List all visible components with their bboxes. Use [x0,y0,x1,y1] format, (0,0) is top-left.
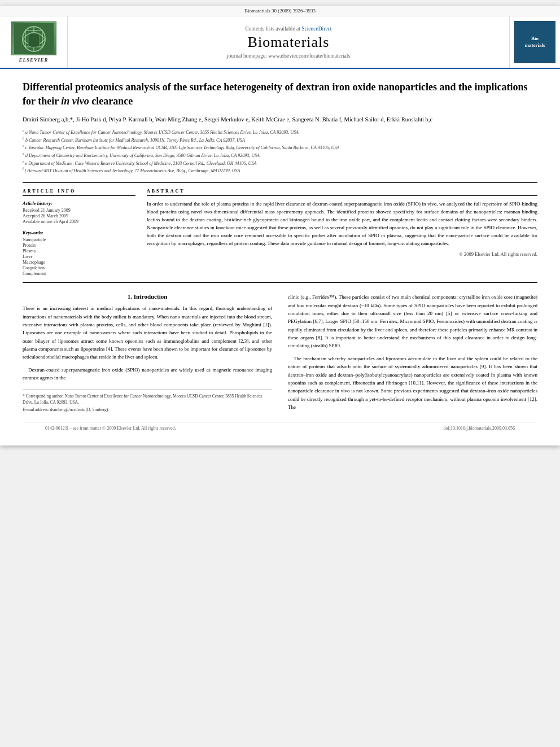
keywords-label: Keywords: [23,230,135,235]
article-content: Differential proteomics analysis of the … [0,69,560,445]
body-para-3: clinic (e.g., Ferridex™). These particle… [288,293,537,350]
journal-info: Contents lists available at ScienceDirec… [68,16,509,68]
article-info-col: ARTICLE INFO Article history: Received 2… [23,189,135,277]
journal-header: ELSEVIER Contents lists available at Sci… [0,16,560,69]
body-col-right: clinic (e.g., Ferridex™). These particle… [288,293,537,416]
volume-info: Biomaterials 30 (2009) 3926–3933 [244,8,316,14]
affiliation-d: d d Department of Chemistry and Biochemi… [23,151,537,159]
abstract-text: In order to understand the role of plasm… [147,200,537,248]
authors: Dmitri Simberg a,b,*, Ji-Ho Park d, Priy… [23,115,537,125]
info-abstract-section: ARTICLE INFO Article history: Received 2… [23,189,537,277]
divider-1 [23,182,537,183]
available-date: Available online 26 April 2009 [23,219,135,224]
body-text-right: clinic (e.g., Ferridex™). These particle… [288,293,537,411]
top-bar: Biomaterials 30 (2009) 3926–3933 [0,6,560,16]
journal-homepage: journal homepage: www.elsevier.com/locat… [227,53,350,59]
divider-2 [23,282,537,283]
doi-text: doi:10.1016/j.biomaterials.2009.03.056 [444,426,515,431]
elsevier-logo: ELSEVIER [0,16,68,68]
article-info-label: ARTICLE INFO [23,189,135,196]
badge-text: Biomaterials [525,36,545,49]
affiliation-e: e e Department of Medicine, Case Western… [23,159,537,167]
copyright: © 2009 Elsevier Ltd. All rights reserved… [147,251,537,257]
body-para-4: The mechanism whereby nanoparticles and … [288,355,537,412]
affiliation-b: b b Cancer Research Center, Burnham Inst… [23,136,537,144]
footnote-section: * Corresponding author. Nano Tumor Cente… [23,389,272,413]
body-text-left: There is an increasing interest in medic… [23,304,272,382]
footnote-corresponding: * Corresponding author. Nano Tumor Cente… [23,393,272,413]
kw-liver: Liver [23,254,135,259]
journal-title: Biomaterials [248,34,330,51]
kw-protein: Protein [23,243,135,248]
issn-text: 0142-9612/$ – see front matter © 2009 El… [45,426,176,431]
body-section: 1. Introduction There is an increasing i… [23,293,537,416]
section-heading: 1. Introduction [23,293,272,300]
badge-box: Biomaterials [514,21,555,63]
kw-complement: Complement [23,271,135,276]
affiliations: a a Nano Tumor Center of Excellence for … [23,128,537,174]
history-label: Article history: [23,200,135,206]
body-para-2: Dextran-coated superparamagnetic iron ox… [23,366,272,382]
article-title: Differential proteomics analysis of the … [23,80,537,108]
biomaterials-badge: Biomaterials [509,16,560,68]
body-two-col: 1. Introduction There is an increasing i… [23,293,537,416]
kw-coagulation: Coagulation [23,265,135,270]
kw-macrophage: Macrophage [23,260,135,265]
body-para-1: There is an increasing interest in medic… [23,304,272,361]
affiliation-c: c c Vascular Mapping Center, Burnham Ins… [23,143,537,151]
contents-link: Contents lists available at ScienceDirec… [245,26,331,32]
affiliation-a: a a Nano Tumor Center of Excellence for … [23,128,537,136]
abstract-col: ABSTRACT In order to understand the role… [147,189,537,277]
sciencedirect-link[interactable]: ScienceDirect [301,26,331,32]
elsevier-label: ELSEVIER [19,57,48,63]
article-history: Article history: Received 21 January 200… [23,200,135,224]
keywords: Keywords: Nanoparticle Protein Plasma Li… [23,230,135,276]
abstract-label: ABSTRACT [147,189,537,196]
logo-graphic [11,21,56,55]
received-date: Received 21 January 2009 [23,208,135,213]
kw-nanoparticle: Nanoparticle [23,237,135,242]
kw-plasma: Plasma [23,248,135,254]
bottom-bar: 0142-9612/$ – see front matter © 2009 El… [23,422,537,434]
body-col-left: 1. Introduction There is an increasing i… [23,293,272,416]
page: Biomaterials 30 (2009) 3926–3933 ELSEVIE… [0,6,560,445]
accepted-date: Accepted 26 March 2009 [23,213,135,219]
affiliation-f: f f Harvard-MIT Division of Health Scien… [23,167,537,174]
